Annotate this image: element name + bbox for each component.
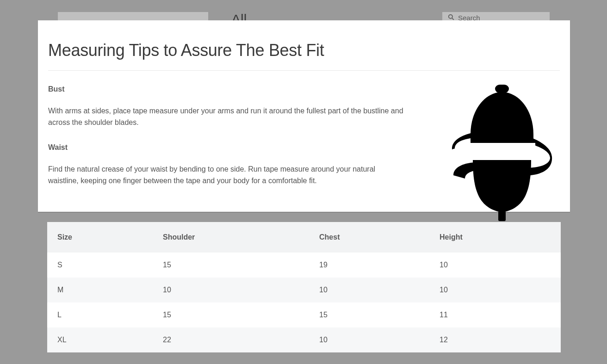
bg-thumbnail: [58, 12, 208, 20]
cell-height: 11: [429, 302, 561, 327]
svg-rect-2: [495, 85, 509, 93]
modal-title: Measuring Tips to Assure The Best Fit: [48, 41, 560, 71]
cell-height: 10: [429, 278, 561, 302]
col-size: Size: [47, 222, 153, 253]
table-row: XL 22 10 12: [47, 327, 561, 352]
svg-rect-3: [498, 211, 506, 221]
modal-illustration: [444, 84, 560, 222]
cell-chest: 15: [309, 302, 429, 327]
cell-size: XL: [47, 327, 153, 352]
section-body-bust: With arms at sides, place tape measure u…: [48, 105, 404, 129]
cell-shoulder: 15: [153, 302, 309, 327]
cell-size: M: [47, 278, 153, 302]
table-row: M 10 10 10: [47, 278, 561, 302]
cell-size: L: [47, 302, 153, 327]
size-table: Size Shoulder Chest Height S 15 19 10 M …: [47, 222, 561, 352]
cell-chest: 10: [309, 278, 429, 302]
col-height: Height: [429, 222, 561, 253]
cell-shoulder: 22: [153, 327, 309, 352]
modal-text-column: Bust With arms at sides, place tape meas…: [48, 84, 430, 222]
dress-form-icon: [451, 84, 553, 222]
size-chart: Size Shoulder Chest Height S 15 19 10 M …: [47, 222, 561, 352]
measuring-tips-modal: Measuring Tips to Assure The Best Fit Bu…: [38, 20, 570, 212]
cell-shoulder: 10: [153, 278, 309, 302]
col-chest: Chest: [309, 222, 429, 253]
section-body-waist: Find the natural crease of your waist by…: [48, 164, 404, 187]
section-title-bust: Bust: [48, 84, 430, 95]
col-shoulder: Shoulder: [153, 222, 309, 253]
svg-line-1: [452, 18, 454, 20]
table-header-row: Size Shoulder Chest Height: [47, 222, 561, 253]
table-row: L 15 15 11: [47, 302, 561, 327]
cell-shoulder: 15: [153, 253, 309, 278]
section-title-waist: Waist: [48, 142, 430, 154]
svg-rect-4: [469, 143, 535, 160]
cell-chest: 10: [309, 327, 429, 352]
cell-chest: 19: [309, 253, 429, 278]
cell-height: 12: [429, 327, 561, 352]
cell-height: 10: [429, 253, 561, 278]
svg-point-0: [449, 15, 452, 19]
cell-size: S: [47, 253, 153, 278]
table-row: S 15 19 10: [47, 253, 561, 278]
modal-body: Bust With arms at sides, place tape meas…: [48, 71, 560, 222]
